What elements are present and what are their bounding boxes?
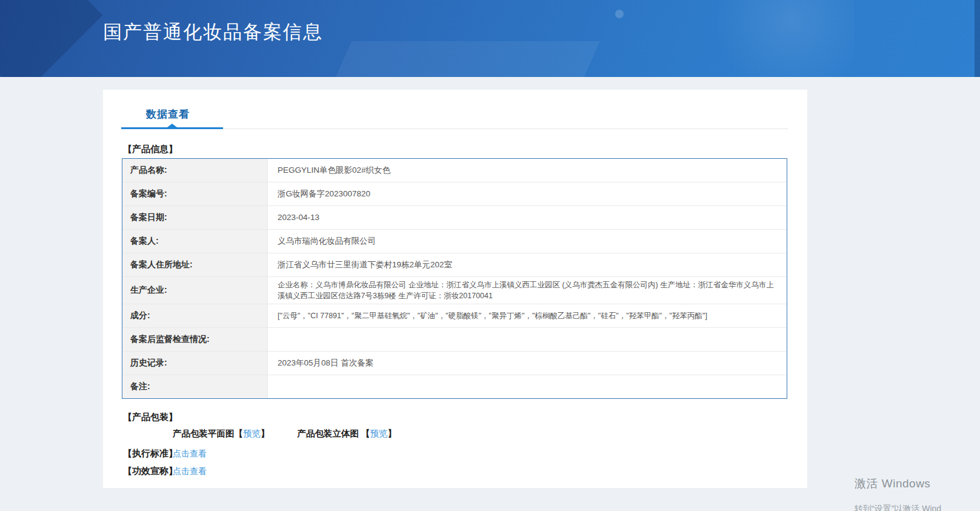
header-dot-decoration [615,10,624,18]
header-parallelogram-decoration [327,41,600,77]
tab-data-view[interactable]: 数据查看 [146,107,190,121]
row-value-ingredients: ["云母"，"CI 77891"，"聚二甲基硅氧烷"，"矿油"，"硬脂酸镁"，"… [268,304,787,327]
row-value-manufacturer: 企业名称：义乌市博鼎化妆品有限公司 企业地址：浙江省义乌市上溪镇义西工业园区 (… [268,277,787,304]
table-row: 备案人住所地址: 浙江省义乌市廿三里街道下娄村19栋2单元202室 [122,253,787,277]
tab-divider-rule [223,129,788,129]
section-title-efficacy-claim: 【功效宣称】 [123,466,178,477]
execution-standard-view-link[interactable]: 点击查看 [173,449,207,459]
packaging-stereo-bracket-close: 】 [388,429,397,438]
table-row: 备注: [122,375,787,398]
header-cube-decoration [0,0,102,77]
efficacy-claim-view-link[interactable]: 点击查看 [173,466,207,477]
table-row: 备案人: 义乌市瑞尚化妆品有限公司 [122,230,787,253]
table-row: 成分: ["云母"，"CI 77891"，"聚二甲基硅氧烷"，"矿油"，"硬脂酸… [122,304,787,328]
row-label-product-name: 产品名称: [122,159,268,182]
row-value-filer-address: 浙江省义乌市廿三里街道下娄村19栋2单元202室 [268,253,787,276]
packaging-links-row: 产品包装平面图【预览】产品包装立体图 【预览】 [173,428,424,439]
row-label-filer: 备案人: [122,230,268,253]
packaging-flat-bracket-close: 】 [261,429,270,438]
row-label-filing-number: 备案编号: [122,182,268,205]
windows-activation-hint: 转到“设置”以激活 Wind [855,504,941,511]
row-label-filing-date: 备案日期: [122,206,268,229]
product-info-table: 产品名称: PEGGYLIN单色眼影02#织女色 备案编号: 浙G妆网备字202… [122,158,787,399]
packaging-stereo-label: 产品包装立体图 【 [298,429,370,438]
content-card: 数据查看 【产品信息】 产品名称: PEGGYLIN单色眼影02#织女色 备案编… [103,90,807,488]
row-value-product-name: PEGGYLIN单色眼影02#织女色 [268,159,787,182]
page-title: 国产普通化妆品备案信息 [103,19,323,45]
table-row: 备案日期: 2023-04-13 [122,206,787,230]
packaging-flat-preview-link[interactable]: 预览 [243,429,261,438]
header-edge-strip [975,0,980,77]
table-row: 产品名称: PEGGYLIN单色眼影02#织女色 [122,159,787,182]
row-value-history: 2023年05月08日 首次备案 [268,352,787,375]
tab-active-underline [121,127,223,129]
table-row: 历史记录: 2023年05月08日 首次备案 [122,352,787,375]
packaging-stereo-preview-link[interactable]: 预览 [370,429,388,438]
section-title-product-packaging: 【产品包装】 [123,412,178,423]
row-label-remarks: 备注: [122,375,268,398]
packaging-flat-item: 产品包装平面图【预览】 [173,429,270,438]
row-value-filing-number: 浙G妆网备字2023007820 [268,182,787,205]
windows-activation-watermark: 激活 Windows [855,476,930,492]
tab-caret-icon [167,124,177,127]
row-value-filer: 义乌市瑞尚化妆品有限公司 [268,230,787,253]
row-label-ingredients: 成分: [122,304,268,327]
row-label-manufacturer: 生产企业: [122,277,268,304]
row-label-post-filing-inspection: 备案后监督检查情况: [122,328,268,351]
packaging-flat-label: 产品包装平面图【 [173,429,243,438]
row-value-post-filing-inspection [268,328,787,351]
row-label-history: 历史记录: [122,352,268,375]
table-row: 生产企业: 企业名称：义乌市博鼎化妆品有限公司 企业地址：浙江省义乌市上溪镇义西… [122,277,787,304]
packaging-stereo-item: 产品包装立体图 【预览】 [298,429,397,438]
row-value-filing-date: 2023-04-13 [268,206,787,229]
row-value-remarks [268,375,787,398]
section-title-product-info: 【产品信息】 [123,144,178,155]
section-title-execution-standard: 【执行标准】 [123,448,178,459]
table-row: 备案编号: 浙G妆网备字2023007820 [122,182,787,206]
table-row: 备案后监督检查情况: [122,328,787,352]
header-glow-decoration [697,0,855,77]
row-label-filer-address: 备案人住所地址: [122,253,268,276]
